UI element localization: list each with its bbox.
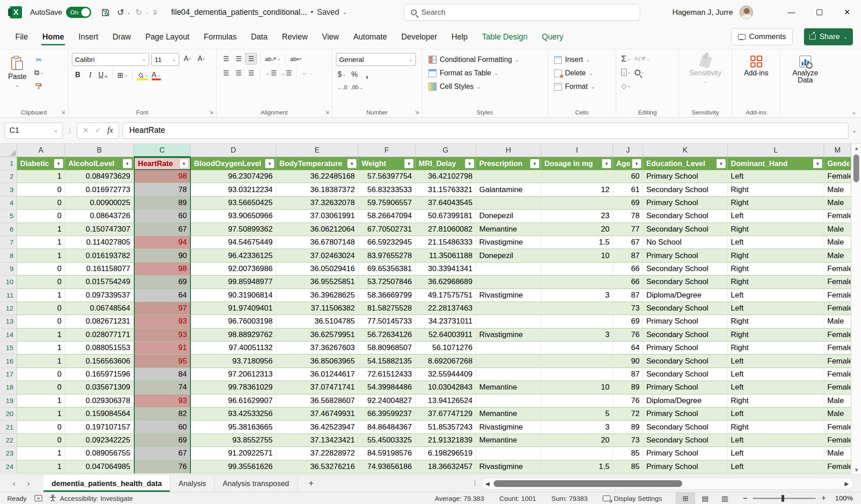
cell-D8[interactable]: 96.42336125 (191, 249, 276, 262)
cell-H20[interactable]: Memantine (476, 408, 541, 421)
underline-button[interactable]: U⌄ (97, 69, 109, 81)
header-cell-weight[interactable]: Weight▼ (358, 157, 415, 170)
cell-J9[interactable]: 66 (613, 263, 643, 276)
cell-E22[interactable]: 37.13423421 (276, 434, 358, 447)
column-header-E[interactable]: E (276, 144, 358, 157)
copy-icon[interactable]: ⧉⌄ (33, 67, 45, 79)
cell-K20[interactable]: Primary School (643, 408, 728, 421)
cell-M13[interactable]: Male (824, 315, 851, 328)
cell-E17[interactable]: 36.01244617 (276, 368, 358, 381)
font-name-select[interactable]: Calibri⌄ (72, 53, 149, 66)
cell-M14[interactable]: Female (824, 329, 851, 342)
cell-F17[interactable]: 72.61512433 (358, 368, 415, 381)
search-input[interactable]: Search (404, 4, 640, 21)
filter-icon-dosage-in-mg[interactable]: ▼ (602, 159, 611, 168)
minimize-button[interactable]: — (777, 0, 805, 25)
conditional-formatting-button[interactable]: Conditional Formatting ⌄ (426, 53, 544, 66)
cell-J19[interactable]: 76 (613, 394, 643, 408)
maximize-button[interactable] (805, 0, 833, 25)
vertical-scrollbar[interactable]: ▲ ▼ (851, 144, 861, 474)
zoom-slider-thumb[interactable] (782, 495, 784, 502)
cell-E23[interactable]: 37.22828972 (276, 447, 358, 460)
cell-A16[interactable]: 1 (17, 355, 65, 368)
cell-D2[interactable]: 96.23074296 (191, 170, 276, 183)
cell-I10[interactable] (541, 276, 613, 289)
ribbon-tab-draw[interactable]: Draw (106, 28, 137, 46)
macro-record-icon[interactable] (35, 495, 42, 501)
cell-J18[interactable]: 89 (613, 381, 643, 394)
cell-styles-button[interactable]: Cell Styles ⌄ (426, 80, 544, 93)
cell-D11[interactable]: 90.31906814 (191, 289, 276, 302)
cell-I7[interactable]: 1.5 (541, 236, 613, 249)
cell-D12[interactable]: 91.97409401 (191, 302, 276, 315)
cell-K17[interactable]: Secondary School (643, 368, 728, 381)
cell-G11[interactable]: 49.17575751 (415, 289, 476, 302)
cell-L11[interactable]: Left (728, 289, 824, 302)
cell-D3[interactable]: 93.03212234 (191, 183, 276, 196)
cell-B23[interactable]: 0.089056755 (65, 447, 134, 460)
cell-H23[interactable] (476, 447, 541, 460)
cell-F20[interactable]: 66.39599237 (358, 408, 415, 421)
sensitivity-button[interactable]: Sensitivity ⌄ (683, 53, 728, 87)
cell-E2[interactable]: 36.22485168 (276, 170, 358, 183)
cell-I18[interactable]: 10 (541, 381, 613, 394)
cell-M24[interactable]: Female (824, 460, 851, 473)
zoom-in-icon[interactable]: + (821, 494, 826, 503)
page-break-view-icon[interactable]: ▥ (715, 492, 735, 504)
cell-G22[interactable]: 21.91321839 (415, 434, 476, 447)
cell-M21[interactable]: Female (824, 421, 851, 434)
cell-B20[interactable]: 0.159084564 (65, 408, 134, 421)
cell-D7[interactable]: 94.54675449 (191, 236, 276, 249)
filter-icon-mri-delay[interactable]: ▼ (465, 159, 474, 168)
cell-F4[interactable]: 59.75906557 (358, 197, 415, 210)
cell-D19[interactable]: 96.61629907 (191, 394, 276, 408)
fill-color-icon[interactable]: ⌄ (136, 69, 150, 81)
accounting-format-icon[interactable]: $⌄ (336, 69, 348, 80)
font-size-select[interactable]: 11⌄ (151, 53, 179, 66)
column-header-C[interactable]: C (134, 144, 191, 157)
cell-I22[interactable]: 20 (541, 434, 613, 447)
cell-G15[interactable]: 56.1071276 (415, 342, 476, 355)
row-number-2[interactable]: 2 (0, 170, 17, 183)
cell-C2[interactable]: 98 (134, 170, 191, 183)
number-format-select[interactable]: General⌄ (336, 53, 416, 66)
cell-E11[interactable]: 36.39628625 (276, 289, 358, 302)
expand-formula-bar-icon[interactable]: ⌄ (852, 127, 857, 134)
cell-K22[interactable]: Secondary School (643, 434, 728, 447)
cell-G7[interactable]: 21.15486333 (415, 236, 476, 249)
cell-K8[interactable]: Primary School (643, 249, 728, 262)
sheet-tab-analysis-transposed[interactable]: Analysis transposed (215, 475, 298, 492)
row-number-7[interactable]: 7 (0, 236, 17, 249)
number-dialog-launcher[interactable]: ⇲ (415, 110, 419, 115)
cell-B17[interactable]: 0.165971596 (65, 368, 134, 381)
normal-view-icon[interactable]: ⊞ (676, 492, 695, 504)
cell-M18[interactable]: Female (824, 381, 851, 394)
save-icon[interactable] (98, 7, 113, 18)
cell-J13[interactable]: 69 (613, 315, 643, 328)
cell-M17[interactable]: Female (824, 368, 851, 381)
cell-K21[interactable]: Secondary School (643, 421, 728, 434)
confirm-entry-icon[interactable]: ✓ (95, 126, 101, 135)
cell-A7[interactable]: 1 (17, 236, 65, 249)
cell-B12[interactable]: 0.06748564 (65, 302, 134, 315)
cell-A5[interactable]: 0 (17, 210, 65, 223)
cell-G17[interactable]: 32.55944409 (415, 368, 476, 381)
row-number-19[interactable]: 19 (0, 394, 17, 408)
cell-C8[interactable]: 90 (134, 249, 191, 262)
cell-B13[interactable]: 0.082671231 (65, 315, 134, 328)
autosum-icon[interactable]: Σ⌄ (620, 53, 632, 65)
cell-H12[interactable] (476, 302, 541, 315)
cell-J17[interactable]: 87 (613, 368, 643, 381)
cell-F22[interactable]: 55.45003325 (358, 434, 415, 447)
cell-B21[interactable]: 0.197107157 (65, 421, 134, 434)
cell-C17[interactable]: 84 (134, 368, 191, 381)
align-left-icon[interactable]: ☰ (220, 67, 232, 79)
row-number-17[interactable]: 17 (0, 368, 17, 381)
cell-L2[interactable]: Left (728, 170, 824, 183)
cell-E7[interactable]: 36.67807148 (276, 236, 358, 249)
cell-H10[interactable] (476, 276, 541, 289)
filter-icon-education-level[interactable]: ▼ (716, 159, 726, 168)
cell-E24[interactable]: 36.53276216 (276, 460, 358, 473)
decrease-font-icon[interactable]: A˅ (195, 53, 207, 65)
cell-B4[interactable]: 0.00900025 (65, 197, 134, 210)
